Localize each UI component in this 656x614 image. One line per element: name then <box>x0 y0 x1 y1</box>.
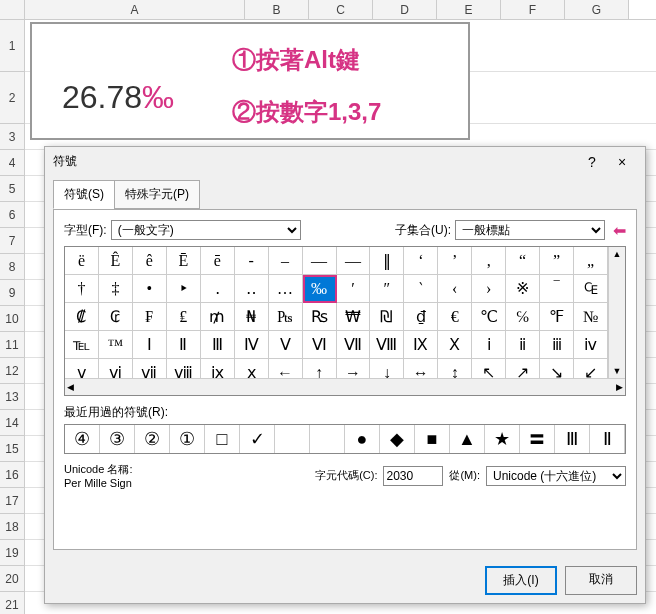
symbol-cell[interactable]: ê <box>133 247 167 275</box>
dialog-titlebar[interactable]: 符號 ? × <box>45 147 645 176</box>
symbol-cell[interactable]: ‚ <box>472 247 506 275</box>
symbol-cell[interactable]: Ⅱ <box>167 331 201 359</box>
help-button[interactable]: ? <box>577 154 607 170</box>
row-10[interactable]: 10 <box>0 306 25 332</box>
row-4[interactable]: 4 <box>0 150 25 176</box>
col-A[interactable]: A <box>25 0 245 19</box>
row-9[interactable]: 9 <box>0 280 25 306</box>
col-G[interactable]: G <box>565 0 629 19</box>
symbol-cell[interactable]: ↘ <box>540 359 574 378</box>
symbol-cell[interactable]: – <box>269 247 303 275</box>
symbol-cell[interactable]: ′ <box>337 275 371 303</box>
symbol-cell[interactable]: ē <box>201 247 235 275</box>
recent-symbol-cell[interactable]: Ⅱ <box>590 425 625 453</box>
recent-symbol-cell[interactable]: ✓ <box>240 425 275 453</box>
col-F[interactable]: F <box>501 0 565 19</box>
symbol-cell[interactable]: • <box>133 275 167 303</box>
symbol-cell[interactable]: ₣ <box>133 303 167 331</box>
row-16[interactable]: 16 <box>0 462 25 488</box>
recent-symbol-cell[interactable] <box>310 425 345 453</box>
row-8[interactable]: 8 <box>0 254 25 280</box>
symbol-cell[interactable]: ‣ <box>167 275 201 303</box>
recent-symbol-cell[interactable] <box>275 425 310 453</box>
col-C[interactable]: C <box>309 0 373 19</box>
row-2[interactable]: 2 <box>0 72 25 124</box>
recent-symbol-cell[interactable]: ③ <box>100 425 135 453</box>
row-3[interactable]: 3 <box>0 124 25 150</box>
symbol-cell[interactable]: ⅵ <box>99 359 133 378</box>
symbol-cell[interactable]: € <box>438 303 472 331</box>
tab-special[interactable]: 特殊字元(P) <box>114 180 200 209</box>
symbol-cell[interactable]: ‹ <box>438 275 472 303</box>
symbol-cell[interactable]: ℃ <box>472 303 506 331</box>
symbol-cell[interactable]: ™ <box>99 331 133 359</box>
symbol-cell[interactable]: ’ <box>438 247 472 275</box>
recent-symbol-cell[interactable]: ★ <box>485 425 520 453</box>
symbol-cell[interactable]: ← <box>269 359 303 378</box>
symbol-cell[interactable]: ⅷ <box>167 359 201 378</box>
symbol-cell[interactable]: № <box>574 303 608 331</box>
symbol-cell[interactable]: ↕ <box>438 359 472 378</box>
recent-symbol-cell[interactable]: ④ <box>65 425 100 453</box>
symbol-cell[interactable]: ↙ <box>574 359 608 378</box>
symbol-cell[interactable]: ↑ <box>303 359 337 378</box>
recent-symbol-cell[interactable]: ▲ <box>450 425 485 453</box>
symbol-cell[interactable]: ₥ <box>201 303 235 331</box>
col-E[interactable]: E <box>437 0 501 19</box>
symbol-cell[interactable]: † <box>65 275 99 303</box>
symbol-cell[interactable]: ₨ <box>303 303 337 331</box>
symbol-cell[interactable]: ₫ <box>404 303 438 331</box>
symbol-cell[interactable]: Ⅲ <box>201 331 235 359</box>
symbol-cell[interactable]: ‐ <box>235 247 269 275</box>
char-code-input[interactable] <box>383 466 443 486</box>
symbol-cell[interactable]: ※ <box>506 275 540 303</box>
font-select[interactable]: (一般文字) <box>111 220 301 240</box>
symbol-cell[interactable]: ― <box>337 247 371 275</box>
cancel-button[interactable]: 取消 <box>565 566 637 595</box>
symbol-cell[interactable]: ₦ <box>235 303 269 331</box>
symbol-cell[interactable]: ⅰ <box>472 331 506 359</box>
symbol-cell[interactable]: ℅ <box>506 303 540 331</box>
symbol-cell[interactable]: ⅸ <box>201 359 235 378</box>
symbol-cell[interactable]: ₤ <box>167 303 201 331</box>
row-20[interactable]: 20 <box>0 566 25 592</box>
symbol-cell[interactable]: ⅶ <box>133 359 167 378</box>
symbol-cell[interactable]: “ <box>506 247 540 275</box>
row-15[interactable]: 15 <box>0 436 25 462</box>
recent-symbol-cell[interactable]: ◆ <box>380 425 415 453</box>
symbol-cell[interactable]: ⅱ <box>506 331 540 359</box>
symbol-cell[interactable]: ℡ <box>65 331 99 359</box>
horizontal-scrollbar[interactable]: ◀▶ <box>65 378 625 395</box>
symbol-cell[interactable]: ₡ <box>65 303 99 331</box>
symbol-cell[interactable]: ‥ <box>235 275 269 303</box>
symbol-cell[interactable]: ‘ <box>404 247 438 275</box>
from-select[interactable]: Unicode (十六進位) <box>486 466 626 486</box>
symbol-cell[interactable]: ↔ <box>404 359 438 378</box>
symbol-cell[interactable]: Ⅰ <box>133 331 167 359</box>
row-14[interactable]: 14 <box>0 410 25 436</box>
tab-symbols[interactable]: 符號(S) <box>53 180 115 209</box>
insert-button[interactable]: 插入(I) <box>485 566 557 595</box>
symbol-cell[interactable]: Ⅴ <box>269 331 303 359</box>
symbol-cell[interactable]: ‡ <box>99 275 133 303</box>
row-12[interactable]: 12 <box>0 358 25 384</box>
symbol-cell[interactable]: „ <box>574 247 608 275</box>
symbol-cell[interactable]: ë <box>65 247 99 275</box>
symbol-cell[interactable]: … <box>269 275 303 303</box>
recent-symbol-cell[interactable]: Ⅲ <box>555 425 590 453</box>
symbol-cell[interactable]: ‾ <box>540 275 574 303</box>
symbol-cell[interactable]: Ê <box>99 247 133 275</box>
symbol-cell[interactable]: ⅲ <box>540 331 574 359</box>
symbol-cell[interactable]: Ⅹ <box>438 331 472 359</box>
recent-symbol-cell[interactable]: ■ <box>415 425 450 453</box>
symbol-cell[interactable]: ₠ <box>574 275 608 303</box>
symbol-cell[interactable]: ․ <box>201 275 235 303</box>
row-17[interactable]: 17 <box>0 488 25 514</box>
symbol-cell[interactable]: ↓ <box>370 359 404 378</box>
symbol-cell[interactable]: Ⅷ <box>370 331 404 359</box>
subset-select[interactable]: 一般標點 <box>455 220 605 240</box>
symbol-cell[interactable]: ↗ <box>506 359 540 378</box>
row-21[interactable]: 21 <box>0 592 25 614</box>
symbol-cell[interactable]: ‵ <box>404 275 438 303</box>
row-11[interactable]: 11 <box>0 332 25 358</box>
